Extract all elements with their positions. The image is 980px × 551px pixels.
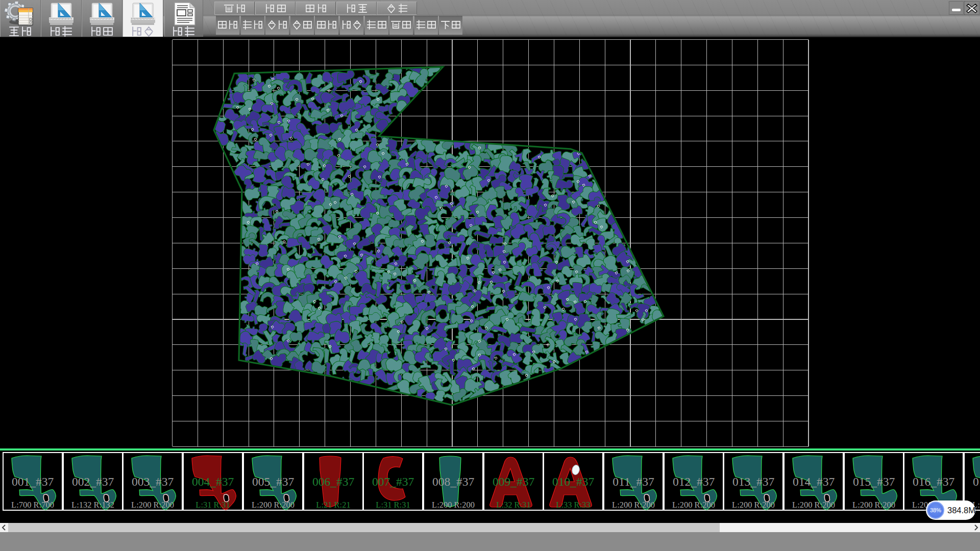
svg-text:007_#37: 007_#37 — [372, 475, 414, 488]
svg-text:L:200 R:200: L:200 R:200 — [792, 500, 835, 510]
svg-text:L:32 R:31: L:32 R:31 — [496, 500, 530, 510]
svg-text:L:132 R:132: L:132 R:132 — [71, 500, 114, 510]
svg-text:006_#37: 006_#37 — [312, 475, 355, 488]
svg-text:L:700 R:700: L:700 R:700 — [11, 500, 54, 510]
svg-text:004_#37: 004_#37 — [192, 475, 234, 488]
svg-text:015_#37: 015_#37 — [853, 475, 895, 488]
svg-text:013_#37: 013_#37 — [732, 475, 775, 488]
svg-text:005_#37: 005_#37 — [252, 475, 295, 488]
svg-text:014_#37: 014_#37 — [793, 475, 835, 488]
svg-text:008_#37: 008_#37 — [432, 475, 475, 488]
svg-text:L:31 R:31: L:31 R:31 — [376, 500, 410, 510]
svg-text:002_#37: 002_#37 — [72, 475, 114, 488]
svg-text:L:200 R:200: L:200 R:200 — [131, 500, 174, 510]
svg-text:L:31 R:31: L:31 R:31 — [195, 500, 230, 510]
svg-text:L:200 R:200: L:200 R:200 — [252, 500, 295, 510]
svg-text:001_#37: 001_#37 — [12, 475, 54, 488]
svg-text:L:200 R:200: L:200 R:200 — [612, 500, 655, 510]
svg-text:010_#37: 010_#37 — [552, 475, 595, 488]
svg-text:L:21 R:21: L:21 R:21 — [316, 500, 350, 510]
svg-text:L:33 R:33: L:33 R:33 — [556, 500, 590, 510]
svg-text:017_#37: 017_#37 — [973, 475, 980, 488]
svg-text:011_#37: 011_#37 — [612, 475, 654, 488]
svg-text:009_#37: 009_#37 — [493, 475, 535, 488]
svg-text:L:200 R:200: L:200 R:200 — [672, 500, 715, 510]
svg-text:016_#37: 016_#37 — [913, 475, 955, 488]
svg-text:012_#37: 012_#37 — [673, 475, 715, 488]
svg-text:L:200 R:200: L:200 R:200 — [732, 500, 775, 510]
svg-text:L:200 R:200: L:200 R:200 — [432, 500, 475, 510]
svg-text:L:200 R:200: L:200 R:200 — [852, 500, 895, 510]
svg-text:003_#37: 003_#37 — [132, 475, 174, 488]
